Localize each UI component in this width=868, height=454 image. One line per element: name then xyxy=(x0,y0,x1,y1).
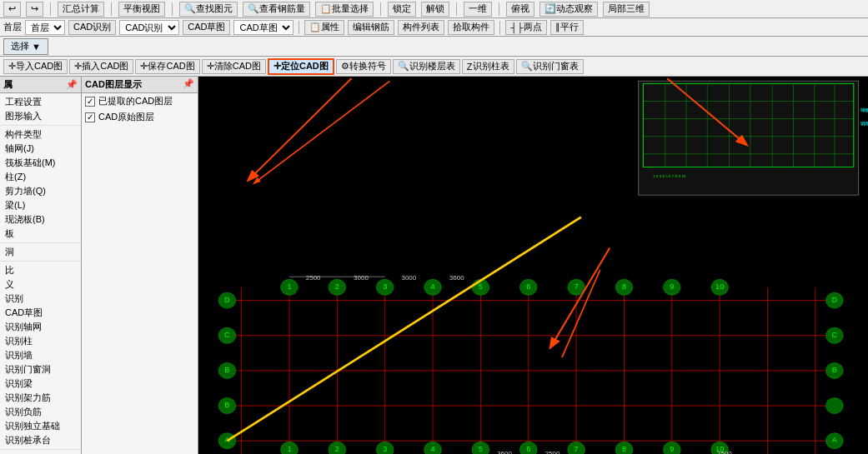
select-button[interactable]: 选择 ▼ xyxy=(3,38,48,55)
batch-select-button[interactable]: 📋 批量选择 xyxy=(315,2,374,17)
item-raft-foundation[interactable]: 筏板基础(M) xyxy=(0,156,81,170)
cad-draft-dropdown[interactable]: CAD草图 xyxy=(233,20,294,35)
unlock-button[interactable]: 解锁 xyxy=(421,2,449,17)
item-misc1[interactable]: 比 xyxy=(0,263,81,277)
separator6 xyxy=(499,2,499,16)
find-element-button[interactable]: 🔍 查找图元 xyxy=(179,2,238,17)
clear-cad-button[interactable]: ✛ 清除CAD图 xyxy=(202,59,266,74)
svg-text:3: 3 xyxy=(383,282,387,291)
svg-text:2500: 2500 xyxy=(545,450,560,454)
svg-text:8: 8 xyxy=(622,282,626,291)
cad-drawing: 1 2 3 4 5 6 7 8 9 10 1 2 3 4 5 6 7 8 9 1… xyxy=(198,77,868,454)
main-area: 属 📌 工程设置 图形输入 构件类型 轴网(J) 筏板基础(M) 柱(Z) 剪力… xyxy=(0,77,868,454)
left-panel-title: 属 📌 xyxy=(0,77,81,93)
svg-text:3600: 3600 xyxy=(449,275,464,282)
save-cad-button[interactable]: ✛ 保存CAD图 xyxy=(135,59,199,74)
partial-3d-button[interactable]: 局部三维 xyxy=(603,2,650,17)
cad-recognize-dropdown[interactable]: CAD识别 xyxy=(119,20,179,35)
svg-text:8: 8 xyxy=(622,445,626,453)
two-point-button[interactable]: ┤├ 两点 xyxy=(505,20,547,35)
lock-button[interactable]: 锁定 xyxy=(388,2,416,17)
section-components: 构件类型 轴网(J) 筏板基础(M) 柱(Z) 剪力墙(Q) 梁(L) 现浇板(… xyxy=(0,126,81,243)
left-panel: 属 📌 工程设置 图形输入 构件类型 轴网(J) 筏板基础(M) 柱(Z) 剪力… xyxy=(0,77,82,454)
separator8 xyxy=(499,21,500,34)
item-column[interactable]: 柱(Z) xyxy=(0,170,81,184)
separator7 xyxy=(299,21,299,34)
canvas-area[interactable]: 1 2 3 4 5 6 7 8 9 10 1 2 3 4 5 6 7 8 9 1… xyxy=(198,77,868,454)
svg-text:6: 6 xyxy=(526,282,530,291)
item-cad-draft[interactable]: CAD草图 xyxy=(0,306,81,320)
redo-button[interactable]: ↪ xyxy=(26,2,43,17)
floor-label: 首层 xyxy=(3,21,22,33)
svg-text:1 2 3 4 5 6 7 8 9 10: 1 2 3 4 5 6 7 8 9 10 xyxy=(653,174,686,178)
item-recognize[interactable]: 识别 xyxy=(0,292,81,306)
item-recognize-beam[interactable]: 识别梁 xyxy=(0,377,81,391)
undo-button[interactable]: ↩ xyxy=(3,2,21,17)
svg-text:9: 9 xyxy=(670,445,674,453)
property-button[interactable]: 📋 属性 xyxy=(304,20,344,35)
dynamic-observe-button[interactable]: 🔄 动态观察 xyxy=(539,2,598,17)
svg-text:D: D xyxy=(832,296,838,304)
cad-draft-button[interactable]: CAD草图 xyxy=(183,20,230,35)
convert-symbol-button[interactable]: ⚙ 转换符号 xyxy=(336,59,391,74)
svg-text:7: 7 xyxy=(574,445,579,453)
item-recognize-isolated-foundation[interactable]: 识别独立基础 xyxy=(0,419,81,433)
floor-dropdown[interactable]: 首层 xyxy=(25,20,65,35)
item-recognize-wall[interactable]: 识别墙 xyxy=(0,348,81,362)
svg-text:3000: 3000 xyxy=(354,275,369,282)
item-project-settings[interactable]: 工程设置 xyxy=(0,95,81,109)
svg-text:说明: 说明 xyxy=(860,121,868,126)
item-graphic-input[interactable]: 图形输入 xyxy=(0,109,81,123)
select-dropdown-icon: ▼ xyxy=(32,42,41,52)
item-slab[interactable]: 板 xyxy=(0,227,81,241)
layer-checkbox-original[interactable] xyxy=(85,112,95,122)
section-settings: 工程设置 图形输入 xyxy=(0,93,81,126)
item-misc2[interactable]: 义 xyxy=(0,277,81,292)
svg-text:C: C xyxy=(832,331,838,339)
balance-view-button[interactable]: 平衡视图 xyxy=(118,2,165,17)
item-recognize-axis[interactable]: 识别轴网 xyxy=(0,320,81,334)
item-recognize-frame-rebar[interactable]: 识别架力筋 xyxy=(0,391,81,405)
locate-cad-button[interactable]: ✛ 定位CAD图 xyxy=(268,58,334,75)
recognize-door-window-table-button[interactable]: 🔍 识别门窗表 xyxy=(516,59,584,74)
view-rebar-button[interactable]: 🔍 查看钢筋量 xyxy=(243,2,310,17)
one-dim-button[interactable]: 一维 xyxy=(464,2,492,17)
item-shear-wall[interactable]: 剪力墙(Q) xyxy=(0,184,81,198)
item-axis-grid[interactable]: 轴网(J) xyxy=(0,142,81,156)
item-beam[interactable]: 梁(L) xyxy=(0,198,81,212)
panel-pin-icon[interactable]: 📌 xyxy=(66,79,78,90)
item-opening[interactable]: 洞 xyxy=(0,245,81,259)
item-recognize-door-window[interactable]: 识别门窗洞 xyxy=(0,362,81,377)
top-view-button[interactable]: 俯视 xyxy=(506,2,534,17)
svg-text:2500: 2500 xyxy=(306,275,321,282)
item-recognize-neg-rebar[interactable]: 识别负筋 xyxy=(0,405,81,419)
recognize-column-table-button[interactable]: Z 识别柱表 xyxy=(462,59,514,74)
svg-text:2: 2 xyxy=(335,445,339,453)
pick-component-button[interactable]: 拾取构件 xyxy=(448,20,494,35)
import-cad-button[interactable]: ✛ 导入CAD图 xyxy=(3,59,68,74)
svg-text:10: 10 xyxy=(715,282,724,291)
item-component-type[interactable]: 构件类型 xyxy=(0,127,81,142)
item-recognize-column[interactable]: 识别柱 xyxy=(0,334,81,348)
summary-calc-button[interactable]: 汇总计算 xyxy=(58,2,104,17)
svg-text:3: 3 xyxy=(383,445,387,453)
cad-panel-title: CAD图层显示 📌 xyxy=(82,77,198,93)
layer-item-original[interactable]: CAD原始图层 xyxy=(82,109,198,125)
cad-panel-pin-icon[interactable]: 📌 xyxy=(183,78,194,91)
item-recognize-pile-cap[interactable]: 识别桩承台 xyxy=(0,433,81,447)
cad-recognize-button[interactable]: CAD识别 xyxy=(68,20,116,35)
layer-checkbox-extracted[interactable] xyxy=(85,97,95,107)
component-list-button[interactable]: 构件列表 xyxy=(398,20,444,35)
svg-text:4: 4 xyxy=(430,282,434,291)
recognize-floor-table-button[interactable]: 🔍 识别楼层表 xyxy=(393,59,460,74)
svg-text:详图: 详图 xyxy=(860,107,868,112)
svg-text:B: B xyxy=(224,366,229,374)
svg-text:7: 7 xyxy=(574,282,579,291)
edit-rebar-button[interactable]: 编辑钢筋 xyxy=(348,20,394,35)
section-cad: 比 义 识别 CAD草图 识别轴网 识别柱 识别墙 识别门窗洞 识别梁 识别架力… xyxy=(0,262,81,450)
parallel-button[interactable]: ∥ 平行 xyxy=(550,20,584,35)
svg-text:C: C xyxy=(224,331,230,339)
item-cast-slab[interactable]: 现浇板(B) xyxy=(0,212,81,227)
layer-item-extracted[interactable]: 已提取的CAD图层 xyxy=(82,93,198,109)
insert-cad-button[interactable]: ✛ 插入CAD图 xyxy=(69,59,133,74)
